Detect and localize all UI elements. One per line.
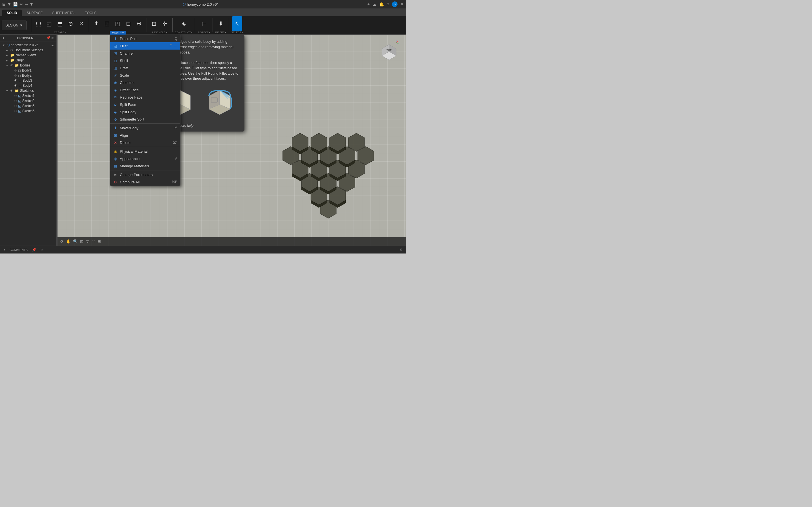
expand-all-icon[interactable]: ◂ bbox=[2, 36, 4, 40]
settings-icon[interactable]: ⚙ bbox=[400, 248, 403, 251]
dropdown-item-chamfer[interactable]: ◳ Chamfer bbox=[110, 50, 180, 57]
insert-label[interactable]: INSERT ▾ bbox=[215, 31, 226, 34]
browser-item-body1[interactable]: ⊘ ◻ Body1 bbox=[0, 68, 56, 73]
chamfer-btn[interactable]: ◳ bbox=[113, 16, 123, 31]
select-btn[interactable]: ↖ bbox=[232, 16, 242, 31]
browser-item-root[interactable]: ▼ ⬡ honeycomb 2.0 v6 ☁ bbox=[0, 43, 56, 48]
dropdown-item-press-pull[interactable]: ⬆ Press Pull Q bbox=[110, 35, 180, 42]
tab-tools[interactable]: TOOLS bbox=[81, 10, 101, 16]
insert-btn[interactable]: ⬇ bbox=[216, 16, 226, 31]
combine-btn[interactable]: ⊕ bbox=[134, 16, 144, 31]
dropdown-item-silhouette-split[interactable]: ⬙ Silhouette Split bbox=[110, 115, 180, 123]
dropdown-item-delete[interactable]: ✕ Delete ⌦ bbox=[110, 139, 180, 146]
sketches-eye-icon[interactable]: 👁 bbox=[10, 89, 13, 93]
add-tab-icon[interactable]: + bbox=[367, 2, 370, 6]
orbit-btn[interactable]: ⟳ bbox=[60, 239, 64, 244]
body2-eye[interactable]: ⊘ bbox=[14, 73, 17, 77]
dropdown-item-combine[interactable]: ⊕ Combine bbox=[110, 79, 180, 86]
save-icon[interactable]: 💾 bbox=[13, 2, 18, 6]
browser-item-body4[interactable]: 👁 ◻ Body4 bbox=[0, 83, 56, 88]
browser-item-body3[interactable]: 👁 ◻ Body3 bbox=[0, 78, 56, 83]
orientation-cube[interactable]: TOP bbox=[378, 40, 400, 63]
joint-btn[interactable]: ⊞ bbox=[149, 16, 159, 31]
body4-eye[interactable]: 👁 bbox=[14, 83, 17, 88]
comments-resize-icon[interactable]: ▷ bbox=[41, 248, 43, 251]
create-label[interactable]: CREATE ▾ bbox=[54, 31, 66, 34]
browser-item-sketch1[interactable]: ⊘ ◱ Sketch1 bbox=[0, 93, 56, 98]
dropdown-item-fillet[interactable]: ◱ Fillet F ⋯ bbox=[110, 42, 180, 50]
revolve-btn[interactable]: ⊙ bbox=[66, 16, 76, 31]
pan-btn[interactable]: ✋ bbox=[66, 239, 71, 244]
select-label[interactable]: SELECT ▾ bbox=[231, 31, 243, 34]
body1-eye[interactable]: ⊘ bbox=[14, 68, 17, 72]
fillet-more-icon[interactable]: ⋯ bbox=[174, 44, 177, 48]
comments-pin-icon[interactable]: 📌 bbox=[32, 248, 36, 251]
cloud-icon[interactable]: ☁ bbox=[372, 2, 376, 6]
dropdown-item-shell[interactable]: ◻ Shell bbox=[110, 57, 180, 64]
inspect-label[interactable]: INSPECT ▾ bbox=[197, 31, 210, 34]
browser-item-sketches[interactable]: ▼ 👁 📁 Sketches bbox=[0, 88, 56, 93]
comments-expand-icon[interactable]: ◂ bbox=[3, 248, 5, 251]
dropdown-item-scale[interactable]: ⤢ Scale bbox=[110, 71, 180, 79]
measure-btn[interactable]: ⊢ bbox=[199, 16, 209, 31]
redo-icon[interactable]: ↪ bbox=[24, 2, 28, 6]
tab-surface[interactable]: SURFACE bbox=[22, 10, 47, 16]
assemble-label[interactable]: ASSEMBLE ▾ bbox=[152, 31, 167, 34]
shell-btn[interactable]: ◻ bbox=[123, 16, 134, 31]
grid-icon[interactable]: ⊞ bbox=[2, 2, 6, 6]
dropdown-item-split-face[interactable]: ⬙ Split Face bbox=[110, 101, 180, 108]
history-icon[interactable]: ▼ bbox=[30, 2, 34, 6]
menu-icon[interactable]: ▼ bbox=[7, 2, 11, 6]
close-icon[interactable]: ✕ bbox=[400, 2, 404, 6]
browser-item-doc-settings[interactable]: ▶ ⚙ Document Settings bbox=[0, 48, 56, 53]
dropdown-item-change-parameters[interactable]: fx Change Parameters bbox=[110, 171, 180, 178]
browser-item-sketch2[interactable]: ⊘ ◱ Sketch2 bbox=[0, 98, 56, 103]
browser-item-bodies[interactable]: ▼ 👁 📁 Bodies bbox=[0, 63, 56, 68]
dropdown-item-compute-all[interactable]: ⚙ Compute All ⌘B bbox=[110, 178, 180, 186]
fit-btn[interactable]: ⊡ bbox=[80, 239, 84, 244]
undo-icon[interactable]: ↩ bbox=[19, 2, 23, 6]
extrude-btn[interactable]: ⬒ bbox=[55, 16, 65, 31]
browser-pin-icon[interactable]: 📌 bbox=[47, 36, 50, 40]
browser-item-sketch6[interactable]: ⊘ ◱ Sketch6 bbox=[0, 108, 56, 114]
design-dropdown[interactable]: DESIGN ▼ bbox=[2, 20, 27, 30]
construct-btn[interactable]: ◈ bbox=[179, 16, 189, 31]
bell-icon[interactable]: 🔔 bbox=[379, 2, 384, 6]
tab-sheet-metal[interactable]: SHEET METAL bbox=[48, 10, 80, 16]
new-component-btn[interactable]: ⬚ bbox=[34, 16, 44, 31]
joint-origin-btn[interactable]: ✛ bbox=[160, 16, 170, 31]
display-mode-btn[interactable]: ⬚ bbox=[92, 239, 95, 244]
browser-item-sketch5[interactable]: ⊘ ◱ Sketch5 bbox=[0, 103, 56, 108]
sketch2-eye[interactable]: ⊘ bbox=[14, 99, 17, 103]
dropdown-item-draft[interactable]: ◫ Draft bbox=[110, 64, 180, 71]
browser-resize-icon[interactable]: ▷ bbox=[52, 36, 54, 40]
zoom-btn[interactable]: 🔍 bbox=[73, 239, 78, 244]
sketch5-eye[interactable]: ⊘ bbox=[14, 104, 17, 108]
browser-item-origin[interactable]: ▶ 📁 Origin bbox=[0, 58, 56, 63]
dropdown-item-move-copy[interactable]: ✛ Move/Copy M bbox=[110, 124, 180, 131]
user-avatar[interactable]: JP bbox=[392, 1, 398, 7]
help-icon[interactable]: ? bbox=[387, 2, 389, 6]
create-sketch-btn[interactable]: ◱ bbox=[44, 16, 54, 31]
dropdown-item-split-body[interactable]: ⬙ Split Body bbox=[110, 108, 180, 115]
modify-label[interactable]: MODIFY ▾ bbox=[110, 31, 126, 35]
browser-item-body2[interactable]: ⊘ ◻ Body2 bbox=[0, 73, 56, 78]
pattern-btn[interactable]: ⁙ bbox=[77, 16, 87, 31]
dropdown-item-physical-material[interactable]: ◉ Physical Material bbox=[110, 148, 180, 155]
dropdown-item-offset-face[interactable]: ◈ Offset Face bbox=[110, 86, 180, 94]
dropdown-item-appearance[interactable]: ◎ Appearance A bbox=[110, 155, 180, 162]
dropdown-item-align[interactable]: ⊞ Align bbox=[110, 131, 180, 139]
view-cube-btn[interactable]: ◱ bbox=[86, 239, 89, 244]
sketch6-eye[interactable]: ⊘ bbox=[14, 109, 17, 113]
browser-item-named-views[interactable]: ▶ 📁 Named Views bbox=[0, 53, 56, 58]
press-pull-btn[interactable]: ⬆ bbox=[91, 16, 101, 31]
dropdown-item-replace-face[interactable]: ⧈ Replace Face bbox=[110, 94, 180, 101]
tab-solid[interactable]: SOLID bbox=[2, 10, 22, 16]
sketch1-eye[interactable]: ⊘ bbox=[14, 94, 17, 98]
grid-btn[interactable]: ⊞ bbox=[98, 239, 101, 244]
bodies-eye-icon[interactable]: 👁 bbox=[10, 63, 13, 67]
dropdown-item-manage-materials[interactable]: ▦ Manage Materials bbox=[110, 162, 180, 170]
construct-label[interactable]: CONSTRUCT ▾ bbox=[175, 31, 193, 34]
fillet-btn[interactable]: ◱ bbox=[102, 16, 112, 31]
body3-eye[interactable]: 👁 bbox=[14, 78, 17, 82]
